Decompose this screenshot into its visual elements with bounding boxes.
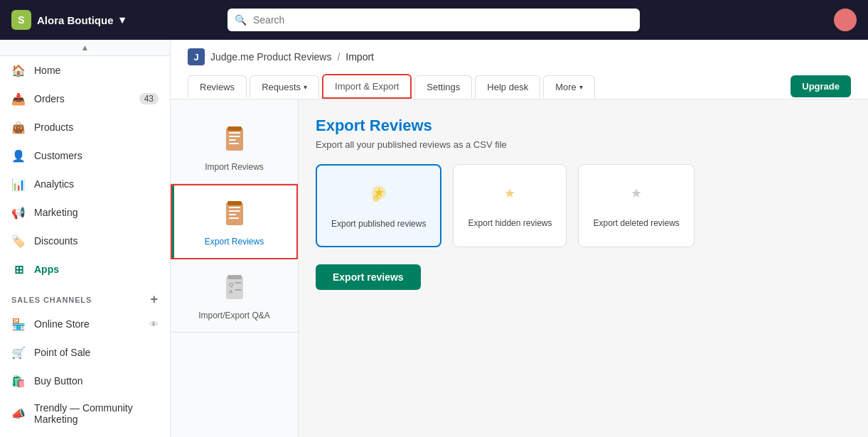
topbar: S Alora Boutique ▾ 🔍 xyxy=(0,0,868,40)
sidebar-item-label: Marketing xyxy=(34,207,77,218)
search-input[interactable] xyxy=(227,9,640,31)
sidebar-item-analytics[interactable]: 📊 Analytics xyxy=(0,170,170,198)
brand-logo[interactable]: S Alora Boutique ▾ xyxy=(11,10,125,30)
export-option-published[interactable]: ★ Export published reviews xyxy=(316,164,441,247)
sidebar-item-products[interactable]: 👜 Products xyxy=(0,113,170,141)
svg-text:Q: Q xyxy=(229,281,233,288)
import-reviews-label: Import Reviews xyxy=(205,162,264,172)
marketing-icon: 📢 xyxy=(11,205,26,220)
tab-help-desk[interactable]: Help desk xyxy=(475,75,540,98)
section-title: Export Reviews xyxy=(316,117,851,135)
panel-item-export-reviews[interactable]: Export Reviews xyxy=(171,184,298,259)
export-options: ★ Export published reviews ★ xyxy=(316,164,851,247)
svg-rect-16 xyxy=(235,289,242,291)
export-reviews-button[interactable]: Export reviews xyxy=(316,264,421,290)
sidebar-item-orders[interactable]: 📥 Orders 43 xyxy=(0,85,170,113)
shopify-icon: S xyxy=(11,10,31,30)
svg-rect-8 xyxy=(229,210,240,212)
breadcrumb-current: Import xyxy=(345,51,374,63)
sidebar: ▲ 🏠 Home 📥 Orders 43 👜 Products 👤 Custom… xyxy=(0,40,171,437)
sidebar-scroll-up[interactable]: ▲ xyxy=(0,40,170,56)
svg-rect-7 xyxy=(229,207,240,208)
sidebar-item-label: Buy Button xyxy=(34,375,83,387)
trendly-icon: 📣 xyxy=(11,406,26,421)
discounts-icon: 🏷️ xyxy=(11,234,26,248)
sidebar-item-buy-button[interactable]: 🛍️ Buy Button xyxy=(0,367,170,395)
tab-more[interactable]: More ▾ xyxy=(543,75,595,98)
analytics-icon: 📊 xyxy=(11,177,26,191)
star-icon: ★ xyxy=(366,183,392,213)
sidebar-item-label: Orders xyxy=(34,93,65,104)
tab-import-export[interactable]: Import & Export xyxy=(322,74,412,99)
right-content: Export Reviews Export all your published… xyxy=(299,99,868,437)
tab-reviews[interactable]: Reviews xyxy=(188,75,247,98)
sidebar-item-ebay[interactable]: 🏷 eBay xyxy=(0,432,170,437)
search-icon: 🔍 xyxy=(235,14,247,26)
sidebar-item-label: Customers xyxy=(34,150,82,161)
sidebar-item-online-store[interactable]: 🏪 Online Store 👁 xyxy=(0,310,170,338)
sidebar-item-trendly[interactable]: 📣 Trendly — Community Marketing xyxy=(0,395,170,432)
eye-icon[interactable]: 👁 xyxy=(149,319,159,330)
home-icon: 🏠 xyxy=(11,63,26,77)
orders-icon: 📥 xyxy=(11,92,26,106)
add-channel-button[interactable]: + xyxy=(151,292,159,307)
svg-rect-11 xyxy=(227,201,242,205)
search-bar: 🔍 xyxy=(227,9,640,31)
content-area: J Judge.me Product Reviews / Import Revi… xyxy=(171,40,868,437)
import-export-qa-icon: Q A xyxy=(218,271,252,305)
tab-settings[interactable]: Settings xyxy=(414,75,472,98)
svg-point-20 xyxy=(373,195,380,202)
chevron-down-icon: ▾ xyxy=(304,83,307,91)
sidebar-item-marketing[interactable]: 📢 Marketing xyxy=(0,198,170,227)
export-option-hidden[interactable]: ★ Export hidden reviews xyxy=(453,164,567,247)
export-hidden-label: Export hidden reviews xyxy=(468,218,552,228)
sidebar-item-apps[interactable]: ⊞ Apps xyxy=(0,255,170,284)
svg-rect-15 xyxy=(235,282,242,284)
sidebar-item-label: Discounts xyxy=(34,235,77,247)
sidebar-item-home[interactable]: 🏠 Home xyxy=(0,56,170,85)
sidebar-item-label: Point of Sale xyxy=(34,347,90,358)
buy-button-icon: 🛍️ xyxy=(11,374,26,388)
sidebar-item-label: Trendly — Community Marketing xyxy=(34,402,159,425)
panel-item-import-export-qa[interactable]: Q A Import/Export Q&A xyxy=(171,259,298,333)
brand-name: Alora Boutique xyxy=(37,14,114,26)
apps-icon: ⊞ xyxy=(11,262,26,276)
pos-icon: 🛒 xyxy=(11,345,26,360)
products-icon: 👜 xyxy=(11,120,26,134)
import-export-qa-label: Import/Export Q&A xyxy=(198,311,270,320)
hidden-star-icon: ★ xyxy=(497,182,523,212)
app-body: Import Reviews Export Reviews xyxy=(171,99,868,437)
orders-badge: 43 xyxy=(139,93,159,104)
breadcrumb-app: Judge.me Product Reviews xyxy=(210,51,331,63)
sidebar-item-label: Online Store xyxy=(34,318,90,330)
sidebar-item-customers[interactable]: 👤 Customers xyxy=(0,141,170,170)
svg-rect-5 xyxy=(227,126,242,131)
avatar[interactable] xyxy=(834,9,857,31)
deleted-star-icon: ★ xyxy=(623,182,649,212)
svg-text:A: A xyxy=(229,288,233,295)
panel-item-import-reviews[interactable]: Import Reviews xyxy=(171,111,298,184)
svg-rect-12 xyxy=(226,276,243,299)
sidebar-item-label: Analytics xyxy=(34,178,74,190)
export-published-label: Export published reviews xyxy=(331,219,426,229)
app-header: J Judge.me Product Reviews / Import Revi… xyxy=(171,40,868,99)
svg-rect-2 xyxy=(229,136,240,137)
sidebar-item-discounts[interactable]: 🏷️ Discounts xyxy=(0,227,170,255)
sidebar-item-point-of-sale[interactable]: 🛒 Point of Sale xyxy=(0,338,170,367)
tab-requests[interactable]: Requests ▾ xyxy=(250,75,319,98)
svg-rect-1 xyxy=(229,132,240,134)
export-option-deleted[interactable]: ★ Export deleted reviews xyxy=(578,164,694,247)
svg-text:★: ★ xyxy=(631,186,642,200)
svg-rect-10 xyxy=(229,217,239,219)
upgrade-button[interactable]: Upgrade xyxy=(791,75,851,97)
section-subtitle: Export all your published reviews as a C… xyxy=(316,139,851,150)
brand-chevron: ▾ xyxy=(119,14,125,26)
sales-channels-section: SALES CHANNELS + xyxy=(0,284,170,310)
svg-text:★: ★ xyxy=(504,186,515,200)
app-tabs: Reviews Requests ▾ Import & Export Setti… xyxy=(188,74,851,99)
import-reviews-icon xyxy=(218,122,252,156)
export-reviews-label: Export Reviews xyxy=(205,237,264,247)
svg-rect-3 xyxy=(229,139,236,141)
online-store-icon: 🏪 xyxy=(11,317,26,331)
export-deleted-label: Export deleted reviews xyxy=(593,218,679,228)
